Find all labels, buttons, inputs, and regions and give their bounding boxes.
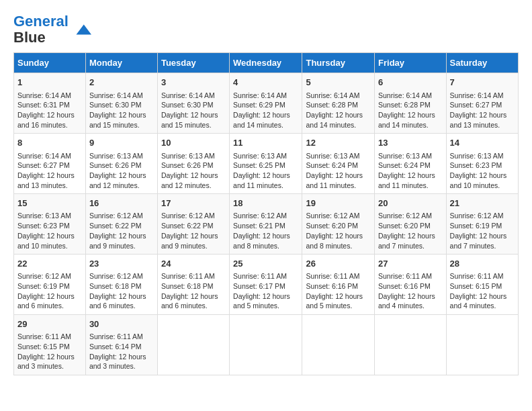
day-info-line: Sunrise: 6:13 AM: [233, 151, 298, 161]
calendar-week-1: 1Sunrise: 6:14 AMSunset: 6:31 PMDaylight…: [14, 73, 519, 134]
calendar-cell: 21Sunrise: 6:12 AMSunset: 6:19 PMDayligh…: [446, 194, 518, 255]
day-info-line: Sunrise: 6:11 AM: [89, 332, 154, 342]
day-info-line: and 14 minutes.: [306, 120, 371, 130]
day-info-line: Sunrise: 6:11 AM: [378, 271, 443, 281]
day-info-line: Sunrise: 6:14 AM: [161, 91, 226, 101]
weekday-header-tuesday: Tuesday: [157, 53, 229, 73]
calendar-cell: 4Sunrise: 6:14 AMSunset: 6:29 PMDaylight…: [230, 73, 302, 134]
day-number: 16: [89, 197, 154, 210]
day-info-line: Daylight: 12 hours: [89, 291, 154, 302]
day-info-line: Sunrise: 6:11 AM: [17, 332, 82, 342]
calendar-cell: 2Sunrise: 6:14 AMSunset: 6:30 PMDaylight…: [85, 73, 157, 134]
day-info-line: Sunrise: 6:14 AM: [233, 91, 298, 101]
calendar-cell: 19Sunrise: 6:12 AMSunset: 6:20 PMDayligh…: [302, 194, 375, 255]
day-info-line: Daylight: 12 hours: [17, 231, 82, 241]
day-number: 6: [378, 77, 443, 89]
day-info-line: Sunset: 6:17 PM: [233, 281, 298, 291]
calendar-cell: 9Sunrise: 6:13 AMSunset: 6:26 PMDaylight…: [85, 134, 157, 194]
day-info-line: Daylight: 12 hours: [306, 291, 371, 302]
day-info-line: Daylight: 12 hours: [17, 171, 82, 181]
day-info-line: Sunset: 6:23 PM: [17, 221, 82, 231]
day-info-line: Daylight: 12 hours: [450, 231, 515, 241]
day-number: 27: [378, 258, 443, 270]
weekday-header-thursday: Thursday: [302, 53, 375, 73]
calendar-cell: [230, 315, 302, 375]
day-info-line: Sunrise: 6:12 AM: [89, 211, 154, 221]
day-info-line: and 4 minutes.: [450, 301, 515, 311]
calendar-cell: 11Sunrise: 6:13 AMSunset: 6:25 PMDayligh…: [230, 134, 302, 194]
day-info-line: and 6 minutes.: [17, 301, 82, 311]
day-info-line: and 13 minutes.: [450, 120, 515, 130]
day-info-line: Daylight: 12 hours: [450, 171, 515, 181]
day-info-line: Daylight: 12 hours: [161, 171, 226, 181]
day-info-line: and 3 minutes.: [17, 361, 82, 371]
day-info-line: Sunrise: 6:13 AM: [89, 151, 154, 161]
calendar-cell: 6Sunrise: 6:14 AMSunset: 6:28 PMDaylight…: [375, 73, 447, 134]
day-info-line: Daylight: 12 hours: [89, 171, 154, 181]
day-info-line: and 9 minutes.: [89, 241, 154, 251]
day-info-line: Daylight: 12 hours: [450, 110, 515, 120]
day-info-line: Sunrise: 6:12 AM: [306, 211, 371, 221]
day-info-line: Sunset: 6:29 PM: [233, 100, 298, 110]
calendar-cell: 10Sunrise: 6:13 AMSunset: 6:26 PMDayligh…: [157, 134, 229, 194]
day-number: 23: [89, 258, 154, 270]
day-number: 22: [17, 258, 82, 270]
day-info-line: and 10 minutes.: [450, 181, 515, 191]
calendar-cell: 28Sunrise: 6:11 AMSunset: 6:15 PMDayligh…: [446, 255, 518, 315]
day-number: 29: [17, 318, 82, 330]
day-number: 18: [233, 197, 298, 210]
day-info-line: Sunset: 6:15 PM: [450, 281, 515, 291]
day-info-line: Daylight: 12 hours: [450, 291, 515, 302]
day-info-line: Sunrise: 6:13 AM: [161, 151, 226, 161]
day-number: 17: [161, 197, 226, 210]
day-info-line: Daylight: 12 hours: [233, 291, 298, 302]
day-number: 3: [161, 77, 226, 89]
day-number: 12: [306, 137, 371, 149]
day-info-line: Daylight: 12 hours: [17, 352, 82, 362]
day-info-line: Sunrise: 6:14 AM: [17, 151, 82, 161]
calendar-week-5: 29Sunrise: 6:11 AMSunset: 6:15 PMDayligh…: [14, 315, 519, 375]
day-info-line: and 11 minutes.: [233, 181, 298, 191]
day-info-line: and 15 minutes.: [161, 120, 226, 130]
day-info-line: Sunset: 6:16 PM: [378, 281, 443, 291]
day-info-line: and 11 minutes.: [378, 181, 443, 191]
day-info-line: Sunset: 6:23 PM: [450, 161, 515, 171]
day-info-line: Sunset: 6:16 PM: [306, 281, 371, 291]
day-info-line: and 12 minutes.: [89, 181, 154, 191]
day-info-line: Sunset: 6:27 PM: [17, 161, 82, 171]
day-info-line: Sunset: 6:24 PM: [378, 161, 443, 171]
day-info-line: Daylight: 12 hours: [378, 110, 443, 120]
day-info-line: Daylight: 12 hours: [233, 110, 298, 120]
svg-marker-0: [76, 25, 91, 35]
day-info-line: Sunset: 6:31 PM: [17, 100, 82, 110]
logo: GeneralBlue: [13, 13, 91, 46]
calendar-cell: [375, 315, 447, 375]
calendar-cell: 12Sunrise: 6:13 AMSunset: 6:24 PMDayligh…: [302, 134, 375, 194]
calendar-cell: 26Sunrise: 6:11 AMSunset: 6:16 PMDayligh…: [302, 255, 375, 315]
day-info-line: Sunrise: 6:11 AM: [306, 271, 371, 281]
day-info-line: Sunrise: 6:14 AM: [17, 91, 82, 101]
day-info-line: and 3 minutes.: [89, 361, 154, 371]
logo-icon: [71, 19, 91, 40]
calendar-cell: 24Sunrise: 6:11 AMSunset: 6:18 PMDayligh…: [157, 255, 229, 315]
day-info-line: Daylight: 12 hours: [378, 291, 443, 302]
day-info-line: and 16 minutes.: [17, 120, 82, 130]
day-info-line: Sunset: 6:22 PM: [89, 221, 154, 231]
weekday-header-friday: Friday: [375, 53, 447, 73]
day-info-line: and 5 minutes.: [306, 301, 371, 311]
day-number: 5: [306, 77, 371, 89]
day-info-line: and 11 minutes.: [306, 181, 371, 191]
day-number: 4: [233, 77, 298, 89]
calendar-cell: 25Sunrise: 6:11 AMSunset: 6:17 PMDayligh…: [230, 255, 302, 315]
calendar-cell: 3Sunrise: 6:14 AMSunset: 6:30 PMDaylight…: [157, 73, 229, 134]
day-number: 9: [89, 137, 154, 149]
day-info-line: Daylight: 12 hours: [89, 231, 154, 241]
day-info-line: Sunrise: 6:14 AM: [450, 91, 515, 101]
day-number: 15: [17, 197, 82, 210]
day-info-line: Sunset: 6:14 PM: [89, 342, 154, 352]
day-info-line: and 14 minutes.: [378, 120, 443, 130]
day-info-line: and 4 minutes.: [378, 301, 443, 311]
day-info-line: Sunrise: 6:13 AM: [378, 151, 443, 161]
day-number: 26: [306, 258, 371, 270]
day-number: 8: [17, 137, 82, 149]
